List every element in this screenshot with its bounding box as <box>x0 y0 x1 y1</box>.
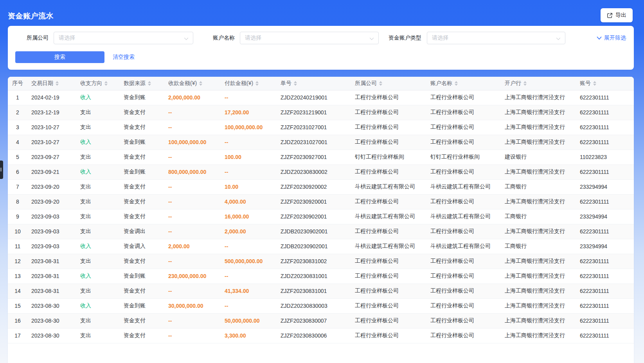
cell-date: 2023-09-20 <box>27 179 80 194</box>
transactions-table-card: 序号交易日期收支方向数据来源收款金额(¥)付款金额(¥)单号所属公司账户名称开户… <box>8 77 634 363</box>
cell-account-no: 110223823 <box>580 150 634 164</box>
cell-source: 资金到账 <box>124 90 168 105</box>
cell-order-no: ZJDZ20230830003 <box>281 298 355 313</box>
sort-icon[interactable] <box>379 81 382 86</box>
expand-filters-link[interactable]: 展开筛选 <box>597 34 626 42</box>
export-button[interactable]: 导出 <box>601 8 633 22</box>
cell-amount-out: 50,000,000.00 <box>225 313 281 328</box>
cell-direction: 支出 <box>80 313 124 328</box>
top-bar: 资金账户流水 导出 <box>0 0 644 26</box>
cell-account-no: 233294994 <box>580 179 634 194</box>
company-select[interactable]: 请选择 <box>54 32 193 44</box>
cell-source: 资金支付 <box>124 105 168 120</box>
account-type-select[interactable]: 请选择 <box>427 32 565 44</box>
chevron-down-icon <box>556 36 560 40</box>
cell-source: 资金支付 <box>124 284 168 298</box>
cell-bank: 上海工商银行漕河泾支行 <box>505 328 580 343</box>
col-header-order-no[interactable]: 单号 <box>281 77 355 90</box>
cell-amount-in: -- <box>168 328 225 343</box>
cell-amount-in: -- <box>168 120 225 135</box>
sort-icon[interactable] <box>294 81 297 86</box>
cell-bank: 上海工商银行漕河泾支行 <box>505 224 580 239</box>
col-header-direction[interactable]: 收支方向 <box>80 77 124 90</box>
search-button[interactable]: 搜索 <box>15 51 104 63</box>
cell-seq: 14 <box>8 284 27 298</box>
cell-date: 2023-08-30 <box>27 328 80 343</box>
sort-icon[interactable] <box>104 81 108 86</box>
cell-direction: 支出 <box>80 105 124 120</box>
cell-amount-out: 16,000.00 <box>225 209 281 224</box>
cell-source: 资金支付 <box>124 194 168 209</box>
cell-order-no: ZJDB20230902001 <box>281 239 355 254</box>
account-name-select[interactable]: 请选择 <box>240 32 379 44</box>
cell-account-name: 工程行业样板公司 <box>430 135 505 150</box>
col-header-account-name[interactable]: 账户名称 <box>430 77 505 90</box>
filter-label-account-type: 资金账户类型 <box>389 34 421 42</box>
sort-icon[interactable] <box>56 81 59 86</box>
cell-account-name: 斗栱云建筑工程有限公司 <box>430 239 505 254</box>
cell-account-no: 6222301111 <box>580 90 634 105</box>
col-header-bank[interactable]: 开户行 <box>505 77 580 90</box>
cell-company: 工程行业样板公司 <box>355 313 430 328</box>
cell-account-name: 工程行业样板公司 <box>430 164 505 179</box>
cell-amount-out: 500,000,000.00 <box>225 254 281 269</box>
cell-bank: 建设银行 <box>505 150 580 164</box>
sort-icon[interactable] <box>455 81 458 86</box>
cell-amount-out: 4,000.00 <box>225 194 281 209</box>
cell-company: 斗栱云建筑工程有限公司 <box>355 179 430 194</box>
cell-account-no: 233294994 <box>580 239 634 254</box>
chevron-down-icon <box>370 36 374 40</box>
cell-order-no: ZJZF20230920002 <box>281 179 355 194</box>
export-icon <box>607 13 613 18</box>
col-header-amount-out[interactable]: 付款金额(¥) <box>225 77 281 90</box>
col-header-label: 开户行 <box>505 80 521 87</box>
col-header-label: 单号 <box>281 80 291 87</box>
cell-direction: 支出 <box>80 150 124 164</box>
col-header-company[interactable]: 所属公司 <box>355 77 430 90</box>
cell-source: 资金支付 <box>124 120 168 135</box>
cell-amount-out: 10.00 <box>225 179 281 194</box>
cell-amount-in: 800,000,000.00 <box>168 164 225 179</box>
cell-direction: 收入 <box>80 298 124 313</box>
col-header-amount-in[interactable]: 收款金额(¥) <box>168 77 225 90</box>
cell-seq: 1 <box>8 90 27 105</box>
cell-date: 2023-08-30 <box>27 298 80 313</box>
col-header-source[interactable]: 数据来源 <box>124 77 168 90</box>
collapsed-side-handle[interactable] <box>0 161 3 179</box>
col-header-label: 账户名称 <box>430 80 452 87</box>
cell-source: 资金支付 <box>124 150 168 164</box>
cell-direction: 支出 <box>80 120 124 135</box>
cell-amount-out: 17,200.00 <box>225 105 281 120</box>
cell-order-no: ZJZF20230830007 <box>281 313 355 328</box>
cell-source: 资金支付 <box>124 179 168 194</box>
cell-seq: 9 <box>8 209 27 224</box>
cell-seq: 6 <box>8 164 27 179</box>
clear-search-link[interactable]: 清空搜索 <box>113 54 135 61</box>
sort-icon[interactable] <box>523 81 527 86</box>
col-header-date[interactable]: 交易日期 <box>27 77 80 90</box>
col-header-account-no[interactable]: 账号 <box>580 77 634 90</box>
cell-account-no: 6222301111 <box>580 298 634 313</box>
cell-order-no: ZJDZ20230830002 <box>281 164 355 179</box>
cell-company: 工程行业样板公司 <box>355 298 430 313</box>
cell-seq: 10 <box>8 224 27 239</box>
col-header-label: 付款金额(¥) <box>225 80 253 87</box>
cell-bank: 上海工商银行漕河泾支行 <box>505 284 580 298</box>
cell-amount-out: 2,000.00 <box>225 224 281 239</box>
cell-amount-out: -- <box>225 164 281 179</box>
sort-icon[interactable] <box>255 81 259 86</box>
cell-seq: 8 <box>8 194 27 209</box>
sort-icon[interactable] <box>199 81 202 86</box>
sort-icon[interactable] <box>148 81 151 86</box>
cell-order-no: ZJDZ20231027001 <box>281 135 355 150</box>
cell-account-no: 6222301111 <box>580 164 634 179</box>
cell-company: 工程行业样板公司 <box>355 90 430 105</box>
cell-source: 资金支付 <box>124 254 168 269</box>
chevron-down-icon <box>597 36 602 40</box>
table-row: 122023-08-31支出资金支付--500,000,000.00ZJZF20… <box>8 254 634 269</box>
cell-date: 2023-10-27 <box>27 135 80 150</box>
sort-icon[interactable] <box>593 81 596 86</box>
table-row: 142023-08-31支出资金支付--41,334.00ZJZF2023083… <box>8 284 634 298</box>
cell-bank: 工商银行 <box>505 179 580 194</box>
cell-seq: 3 <box>8 120 27 135</box>
